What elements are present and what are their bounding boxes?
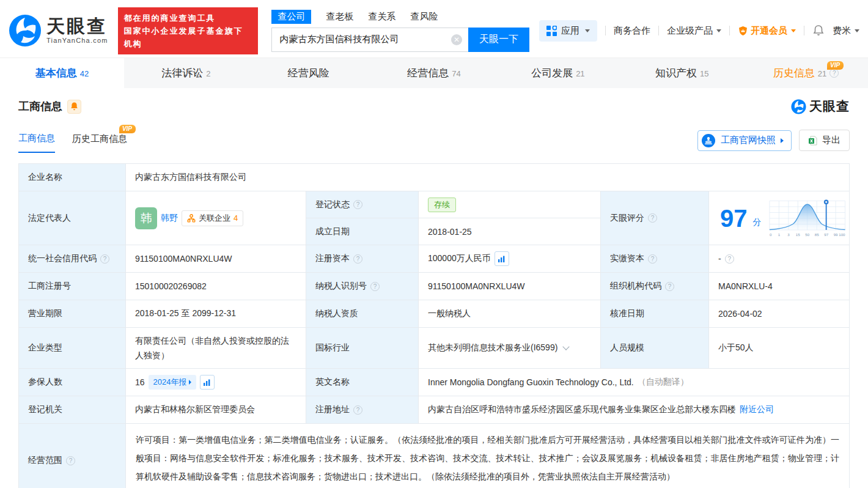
tab-history-info[interactable]: VIP 历史信息 21 ? <box>744 58 868 88</box>
tab-count: 15 <box>700 69 708 78</box>
field-label-registered-capital: 注册资本? <box>306 245 419 273</box>
divider <box>605 26 606 35</box>
user-name: 费米 <box>833 25 851 37</box>
promo-banner: 都在用的商业查询工具 国家中小企业发展子基金旗下机构 <box>118 7 259 54</box>
tianyancha-logo[interactable]: 天眼查 TianYanCha.com <box>9 14 108 47</box>
user-caret-icon <box>855 29 859 32</box>
score-distribution-chart: 0131550859799100 <box>769 196 846 240</box>
menu-cooperation[interactable]: 商务合作 <box>614 25 650 37</box>
enterprise-label: 企业级产品 <box>667 25 713 37</box>
help-icon[interactable]: ? <box>353 405 362 415</box>
chevron-down-icon[interactable] <box>563 343 570 350</box>
menu-enterprise[interactable]: 企业级产品 <box>667 25 721 37</box>
help-icon[interactable]: ? <box>725 254 734 264</box>
user-menu[interactable]: 费米 <box>833 25 859 37</box>
tab-business-info[interactable]: 经营信息 74 <box>372 58 496 88</box>
help-icon[interactable]: ? <box>353 200 362 209</box>
tab-business-risk[interactable]: 经营风险 <box>248 58 372 88</box>
clear-icon[interactable]: ✕ <box>451 34 462 45</box>
logo-subtitle: TianYanCha.com <box>46 37 108 44</box>
field-value-organization-code: MA0NRXLU-4 <box>709 273 850 300</box>
cooperation-label: 商务合作 <box>614 25 650 37</box>
snapshot-label: 工商官网快照 <box>721 135 776 146</box>
status-badge: 存续 <box>428 198 456 212</box>
search-input[interactable] <box>271 28 468 52</box>
help-icon[interactable]: ? <box>100 254 109 264</box>
field-value-industry[interactable]: 其他未列明信息技术服务业(I6599) <box>419 328 601 369</box>
monitor-bell-icon[interactable] <box>67 100 81 114</box>
annual-report-badge[interactable]: 2024年报 <box>149 375 196 390</box>
search-tab-risk[interactable]: 查风险 <box>410 11 438 23</box>
field-value-paid-capital: -? <box>709 245 850 273</box>
vip-badge: VIP <box>119 125 136 133</box>
top-menu: 应用 商务合作 企业级产品 开通会员 费米 <box>539 20 859 42</box>
help-icon[interactable]: ? <box>829 68 839 78</box>
field-value-registered-capital: 100000万人民币 <box>419 245 601 273</box>
field-value-tianyan-score[interactable]: 97 分 0131550859799100 <box>709 191 850 245</box>
search-tab-boss[interactable]: 查老板 <box>326 11 353 23</box>
arrow-right-icon <box>781 138 784 143</box>
tab-basic-info[interactable]: 基本信息 42 <box>0 58 124 88</box>
field-value-english-name: Inner Mongolia Dongfang Guoxin Technolog… <box>419 369 850 396</box>
field-label-tianyan-score: 天眼评分? <box>601 191 709 245</box>
help-icon[interactable]: ? <box>370 282 380 291</box>
menu-open-vip[interactable]: 开通会员 <box>738 25 796 37</box>
help-icon[interactable]: ? <box>353 254 362 264</box>
tab-label: 历史信息 <box>773 66 815 80</box>
help-icon[interactable]: ? <box>648 213 657 223</box>
field-value-approval-date: 2026-04-02 <box>709 300 850 328</box>
top-header: 天眼查 TianYanCha.com 都在用的商业查询工具 国家中小企业发展子基… <box>0 0 868 57</box>
field-value-business-scope: 许可项目：第一类增值电信业务；第二类增值电信业务；认证服务。（依法须经批准的项目… <box>126 424 850 488</box>
svg-text:3: 3 <box>787 232 790 237</box>
search-tabs: 查公司 查老板 查关系 查风险 <box>271 10 529 24</box>
tab-company-development[interactable]: 公司发展 21 <box>496 58 620 88</box>
field-label-legal-representative: 法定代表人 <box>19 191 126 245</box>
notification-bell-icon[interactable] <box>812 24 825 37</box>
field-label-credit-code: 统一社会信用代码? <box>19 245 126 273</box>
tab-label: 经营信息 <box>407 66 449 80</box>
field-label-taxpayer-id: 纳税人识别号? <box>306 273 419 300</box>
help-icon[interactable]: ? <box>66 456 75 465</box>
related-label: 关联企业 <box>199 213 230 224</box>
insured-chart-icon[interactable] <box>200 375 215 390</box>
nearby-companies-link[interactable]: 附近公司 <box>740 404 774 415</box>
search-tab-company[interactable]: 查公司 <box>271 10 311 24</box>
related-companies-badge[interactable]: 关联企业 4 <box>182 210 243 226</box>
field-label-establish-date: 成立日期 <box>306 218 419 245</box>
field-label-business-scope: 经营范围? <box>19 424 126 488</box>
section-title: 工商信息 <box>18 99 62 114</box>
field-value-business-term: 2018-01-25 至 2099-12-31 <box>126 300 306 328</box>
tab-legal-proceedings[interactable]: 法律诉讼 2 <box>124 58 248 88</box>
field-label-company-type: 企业类型 <box>19 328 126 369</box>
field-value-taxpayer-id: 91150100MA0NRXLU4W <box>419 273 601 300</box>
capital-chart-icon[interactable] <box>495 251 509 266</box>
field-label-organization-code: 组织机构代码? <box>601 273 709 300</box>
apps-menu[interactable]: 应用 <box>539 20 597 42</box>
tab-label: 知识产权 <box>655 66 697 80</box>
legal-rep-name-link[interactable]: 韩野 <box>161 213 178 224</box>
tab-intellectual-property[interactable]: 知识产权 15 <box>620 58 744 88</box>
export-button[interactable]: 导出 <box>799 130 850 151</box>
divider <box>804 26 804 35</box>
field-label-approval-date: 核准日期 <box>601 300 709 328</box>
subtab-business-info[interactable]: 工商信息 <box>18 133 55 153</box>
field-value-registration-authority: 内蒙古和林格尔新区管理委员会 <box>126 396 306 424</box>
official-snapshot-button[interactable]: 工商官网快照 <box>697 130 792 151</box>
svg-text:50: 50 <box>805 232 809 237</box>
field-value-company-name: 内蒙古东方国信科技有限公司 <box>126 164 850 191</box>
legal-rep-avatar[interactable]: 韩 <box>135 207 157 229</box>
field-label-staff-size: 人员规模 <box>601 328 709 369</box>
field-value-taxpayer-quality: 一般纳税人 <box>419 300 601 328</box>
svg-text:1: 1 <box>778 232 780 237</box>
export-label: 导出 <box>822 135 840 146</box>
search-button[interactable]: 天眼一下 <box>468 28 529 52</box>
watermark-text: 天眼查 <box>809 98 850 115</box>
search-area: 查公司 查老板 查关系 查风险 ✕ 天眼一下 <box>271 10 529 52</box>
field-value-credit-code: 91150100MA0NRXLU4W <box>126 245 306 273</box>
search-tab-relation[interactable]: 查关系 <box>368 11 395 23</box>
related-count: 4 <box>234 213 238 223</box>
help-icon[interactable]: ? <box>648 254 657 264</box>
field-value-company-type: 有限责任公司（非自然人投资或控股的法人独资） <box>126 328 306 369</box>
subtab-history-business-info[interactable]: VIP 历史工商信息 <box>72 133 127 152</box>
help-icon[interactable]: ? <box>665 282 674 291</box>
